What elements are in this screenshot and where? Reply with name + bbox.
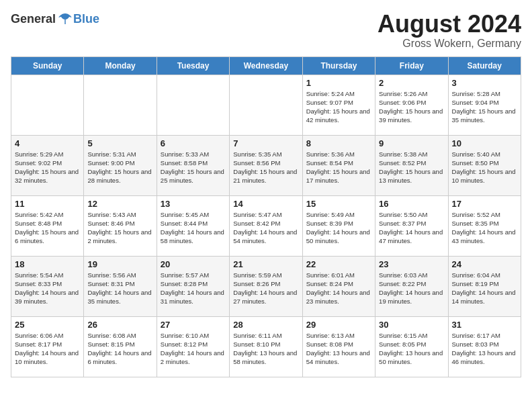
calendar-cell: 24Sunrise: 6:04 AM Sunset: 8:19 PM Dayli… — [448, 256, 521, 316]
day-number: 30 — [379, 320, 444, 330]
calendar-cell: 19Sunrise: 5:56 AM Sunset: 8:31 PM Dayli… — [84, 256, 157, 316]
day-number: 13 — [161, 199, 226, 209]
day-number: 18 — [15, 259, 80, 269]
weekday-header-friday: Friday — [375, 56, 448, 75]
calendar-cell: 3Sunrise: 5:28 AM Sunset: 9:04 PM Daylig… — [448, 75, 521, 135]
calendar-cell: 13Sunrise: 5:45 AM Sunset: 8:44 PM Dayli… — [157, 195, 229, 256]
day-number: 9 — [379, 138, 444, 148]
calendar-cell: 11Sunrise: 5:42 AM Sunset: 8:48 PM Dayli… — [11, 195, 84, 256]
day-info: Sunrise: 5:35 AM Sunset: 8:56 PM Dayligh… — [233, 150, 298, 185]
logo-general-text: General — [11, 12, 56, 26]
day-number: 20 — [161, 259, 226, 269]
day-info: Sunrise: 5:29 AM Sunset: 9:02 PM Dayligh… — [15, 150, 80, 185]
day-number: 25 — [15, 320, 80, 330]
calendar-cell — [11, 75, 84, 135]
logo-bird-icon — [57, 11, 73, 27]
day-number: 3 — [452, 78, 517, 88]
calendar-cell: 29Sunrise: 6:13 AM Sunset: 8:08 PM Dayli… — [302, 316, 375, 377]
calendar-table: SundayMondayTuesdayWednesdayThursdayFrid… — [11, 56, 521, 377]
day-info: Sunrise: 5:47 AM Sunset: 8:42 PM Dayligh… — [233, 210, 298, 246]
calendar-cell: 28Sunrise: 6:11 AM Sunset: 8:10 PM Dayli… — [230, 316, 302, 377]
calendar-cell: 17Sunrise: 5:52 AM Sunset: 8:35 PM Dayli… — [448, 195, 521, 256]
day-number: 24 — [452, 259, 517, 269]
calendar-cell: 2Sunrise: 5:26 AM Sunset: 9:06 PM Daylig… — [375, 75, 448, 135]
calendar-cell: 26Sunrise: 6:08 AM Sunset: 8:15 PM Dayli… — [84, 316, 157, 377]
day-info: Sunrise: 6:03 AM Sunset: 8:22 PM Dayligh… — [379, 271, 444, 306]
day-info: Sunrise: 5:49 AM Sunset: 8:39 PM Dayligh… — [306, 210, 371, 246]
calendar-cell: 6Sunrise: 5:33 AM Sunset: 8:58 PM Daylig… — [157, 135, 229, 195]
day-number: 1 — [306, 78, 371, 88]
calendar-cell: 9Sunrise: 5:38 AM Sunset: 8:52 PM Daylig… — [375, 135, 448, 195]
day-number: 6 — [161, 138, 226, 148]
calendar-cell: 5Sunrise: 5:31 AM Sunset: 9:00 PM Daylig… — [84, 135, 157, 195]
day-info: Sunrise: 5:40 AM Sunset: 8:50 PM Dayligh… — [452, 150, 517, 185]
day-info: Sunrise: 6:11 AM Sunset: 8:10 PM Dayligh… — [233, 331, 298, 367]
calendar-week-row: 18Sunrise: 5:54 AM Sunset: 8:33 PM Dayli… — [11, 256, 521, 316]
title-block: August 2024 Gross Wokern, Germany — [378, 11, 521, 50]
day-info: Sunrise: 6:10 AM Sunset: 8:12 PM Dayligh… — [161, 331, 226, 367]
logo-blue-text: Blue — [73, 12, 99, 26]
calendar-cell: 22Sunrise: 6:01 AM Sunset: 8:24 PM Dayli… — [302, 256, 375, 316]
day-number: 15 — [306, 199, 371, 209]
day-number: 2 — [379, 78, 444, 88]
day-info: Sunrise: 5:28 AM Sunset: 9:04 PM Dayligh… — [452, 89, 517, 125]
calendar-cell: 23Sunrise: 6:03 AM Sunset: 8:22 PM Dayli… — [375, 256, 448, 316]
calendar-cell: 15Sunrise: 5:49 AM Sunset: 8:39 PM Dayli… — [302, 195, 375, 256]
day-info: Sunrise: 5:56 AM Sunset: 8:31 PM Dayligh… — [87, 271, 152, 306]
day-info: Sunrise: 5:57 AM Sunset: 8:28 PM Dayligh… — [161, 271, 226, 306]
calendar-cell: 8Sunrise: 5:36 AM Sunset: 8:54 PM Daylig… — [302, 135, 375, 195]
calendar-cell — [84, 75, 157, 135]
day-info: Sunrise: 5:54 AM Sunset: 8:33 PM Dayligh… — [15, 271, 80, 306]
day-number: 17 — [452, 199, 517, 209]
calendar-cell: 1Sunrise: 5:24 AM Sunset: 9:07 PM Daylig… — [302, 75, 375, 135]
calendar-week-row: 25Sunrise: 6:06 AM Sunset: 8:17 PM Dayli… — [11, 316, 521, 377]
day-info: Sunrise: 5:26 AM Sunset: 9:06 PM Dayligh… — [379, 89, 444, 125]
day-info: Sunrise: 5:24 AM Sunset: 9:07 PM Dayligh… — [306, 89, 371, 125]
day-number: 29 — [306, 320, 371, 330]
day-info: Sunrise: 6:06 AM Sunset: 8:17 PM Dayligh… — [15, 331, 80, 367]
calendar-cell — [157, 75, 229, 135]
weekday-header-wednesday: Wednesday — [230, 56, 302, 75]
day-info: Sunrise: 5:31 AM Sunset: 9:00 PM Dayligh… — [87, 150, 152, 185]
day-number: 8 — [306, 138, 371, 148]
calendar-week-row: 4Sunrise: 5:29 AM Sunset: 9:02 PM Daylig… — [11, 135, 521, 195]
calendar-subtitle: Gross Wokern, Germany — [378, 38, 521, 50]
day-info: Sunrise: 5:52 AM Sunset: 8:35 PM Dayligh… — [452, 210, 517, 246]
calendar-cell: 14Sunrise: 5:47 AM Sunset: 8:42 PM Dayli… — [230, 195, 302, 256]
day-number: 23 — [379, 259, 444, 269]
day-number: 28 — [233, 320, 298, 330]
day-info: Sunrise: 6:17 AM Sunset: 8:03 PM Dayligh… — [452, 331, 517, 367]
calendar-cell: 12Sunrise: 5:43 AM Sunset: 8:46 PM Dayli… — [84, 195, 157, 256]
day-number: 7 — [233, 138, 298, 148]
day-info: Sunrise: 5:42 AM Sunset: 8:48 PM Dayligh… — [15, 210, 80, 246]
day-info: Sunrise: 6:01 AM Sunset: 8:24 PM Dayligh… — [306, 271, 371, 306]
day-number: 12 — [87, 199, 152, 209]
weekday-header-saturday: Saturday — [448, 56, 521, 75]
calendar-cell: 20Sunrise: 5:57 AM Sunset: 8:28 PM Dayli… — [157, 256, 229, 316]
day-number: 26 — [87, 320, 152, 330]
day-number: 16 — [379, 199, 444, 209]
day-number: 10 — [452, 138, 517, 148]
weekday-header-tuesday: Tuesday — [157, 56, 229, 75]
day-info: Sunrise: 5:38 AM Sunset: 8:52 PM Dayligh… — [379, 150, 444, 185]
day-info: Sunrise: 5:36 AM Sunset: 8:54 PM Dayligh… — [306, 150, 371, 185]
calendar-cell: 25Sunrise: 6:06 AM Sunset: 8:17 PM Dayli… — [11, 316, 84, 377]
day-info: Sunrise: 6:13 AM Sunset: 8:08 PM Dayligh… — [306, 331, 371, 367]
calendar-cell: 31Sunrise: 6:17 AM Sunset: 8:03 PM Dayli… — [448, 316, 521, 377]
day-number: 19 — [87, 259, 152, 269]
day-info: Sunrise: 5:45 AM Sunset: 8:44 PM Dayligh… — [161, 210, 226, 246]
day-number: 11 — [15, 199, 80, 209]
day-number: 31 — [452, 320, 517, 330]
day-number: 21 — [233, 259, 298, 269]
calendar-week-row: 1Sunrise: 5:24 AM Sunset: 9:07 PM Daylig… — [11, 75, 521, 135]
calendar-cell: 21Sunrise: 5:59 AM Sunset: 8:26 PM Dayli… — [230, 256, 302, 316]
logo: General Blue — [11, 11, 99, 27]
calendar-cell: 4Sunrise: 5:29 AM Sunset: 9:02 PM Daylig… — [11, 135, 84, 195]
calendar-cell: 7Sunrise: 5:35 AM Sunset: 8:56 PM Daylig… — [230, 135, 302, 195]
day-info: Sunrise: 6:04 AM Sunset: 8:19 PM Dayligh… — [452, 271, 517, 306]
calendar-cell: 30Sunrise: 6:15 AM Sunset: 8:05 PM Dayli… — [375, 316, 448, 377]
day-number: 5 — [87, 138, 152, 148]
weekday-header-sunday: Sunday — [11, 56, 84, 75]
weekday-header-thursday: Thursday — [302, 56, 375, 75]
day-info: Sunrise: 5:33 AM Sunset: 8:58 PM Dayligh… — [161, 150, 226, 185]
